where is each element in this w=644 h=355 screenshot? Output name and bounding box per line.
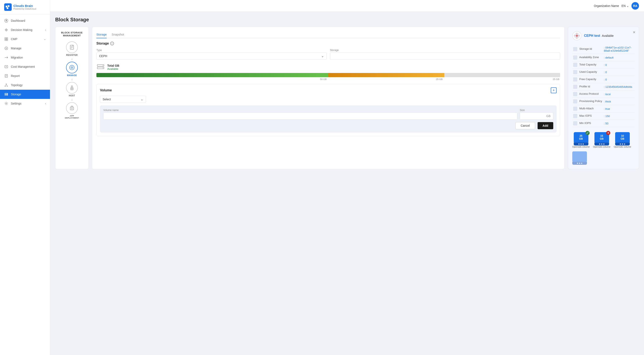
type-form-group: Type CEPH ⌄	[96, 49, 326, 60]
sidebar-label-decision-making: Decision Making	[11, 28, 42, 32]
bar-green	[96, 73, 328, 77]
type-label: Type	[96, 49, 326, 52]
settings-chevron-icon: ›	[45, 102, 46, 105]
total-gb-label: Total GB	[107, 64, 119, 67]
bsm-label-host: HOST	[69, 94, 75, 97]
profile-icon	[573, 85, 577, 89]
detail-val-access-protocol: : iscsi	[603, 90, 634, 98]
vol-dot-2b	[601, 144, 602, 145]
bsm-label-app-deployment: APP DEPLOYMENT	[64, 115, 80, 119]
detail-key-total-capacity: Total Capacity	[572, 61, 603, 68]
tab-snapshot[interactable]: Snapshot	[112, 31, 124, 38]
sidebar-item-decision-making[interactable]: Decision Making ›	[0, 25, 50, 34]
sidebar-label-cost-management: Cost Management	[11, 65, 46, 68]
sidebar-item-dashboard[interactable]: Dashboard	[0, 16, 50, 25]
volume-name-group: Volume name	[103, 109, 517, 120]
add-volume-button[interactable]: +	[551, 88, 556, 93]
arrow-icon-2: ↓	[71, 77, 73, 81]
close-button[interactable]: ✕	[633, 30, 636, 34]
vol-dot-4c	[581, 163, 582, 164]
logo-text: Clouds Brain Powered by Click2Cloud	[14, 4, 36, 10]
vol-box-4	[572, 151, 587, 162]
page-layout: BLOCK STORAGEMANAGEMENT	[55, 27, 639, 169]
size-group: Size GB	[520, 109, 553, 120]
sidebar-item-settings[interactable]: Settings ›	[0, 99, 50, 108]
sidebar-item-topology[interactable]: Topology	[0, 80, 50, 90]
volume-select[interactable]: Select ⌄	[100, 96, 146, 103]
sidebar-item-storage[interactable]: Storage	[0, 90, 50, 99]
vol-base-4	[572, 162, 587, 165]
volume-thumb-4[interactable]	[572, 151, 587, 165]
sidebar-label-settings: Settings	[11, 102, 42, 105]
svg-point-18	[5, 86, 6, 86]
detail-val-storage-id: : 084bf71e-a102-11e7-88a8-e31fe6d52248"	[603, 44, 634, 54]
detail-row-total-capacity: Total Capacity : 0	[572, 61, 634, 68]
storage-bar	[96, 73, 560, 77]
manage-circle[interactable]	[66, 62, 78, 74]
bsm-title: BLOCK STORAGEMANAGEMENT	[60, 31, 84, 37]
storage-form-row: Type CEPH ⌄ Storage	[96, 49, 560, 60]
volume-thumb-2[interactable]: 15GB ✕ Opensds-volume	[593, 132, 610, 148]
sidebar-item-manage[interactable]: Manage	[0, 44, 50, 53]
sidebar-nav: Dashboard Decision Making ›	[0, 14, 50, 355]
svg-rect-2	[7, 7, 8, 9]
volume-thumbs: 25GB 🔗 Opensds-volume	[572, 132, 634, 165]
register-circle[interactable]	[66, 42, 78, 53]
avatar[interactable]: RA	[632, 2, 639, 10]
lang-selector[interactable]: EN ⌄	[622, 4, 629, 8]
vol-badge-green-icon: 🔗	[586, 131, 590, 135]
sidebar-item-migration[interactable]: Migration	[0, 53, 50, 62]
sidebar-label-cmp: CMP	[11, 38, 42, 41]
svg-point-24	[7, 94, 8, 94]
size-input-wrap: GB	[520, 112, 553, 120]
available-label: Available	[107, 67, 119, 70]
size-label: Size	[520, 109, 553, 112]
detail-val-provisioning: : thick	[603, 98, 634, 105]
volume-thumb-3[interactable]: 10GB Opensds-volume	[614, 132, 631, 148]
size-input[interactable]	[520, 113, 544, 120]
lang-label: EN	[622, 4, 626, 8]
volume-name-input[interactable]	[103, 112, 517, 120]
sidebar-label-migration: Migration	[11, 56, 46, 59]
lang-chevron-icon: ⌄	[626, 4, 629, 8]
storage-field-label: Storage	[330, 49, 560, 52]
bsm-steps: REGISTER ↓ MAN	[60, 42, 84, 119]
svg-point-36	[71, 108, 72, 109]
logo-sub: Powered by Click2Cloud	[14, 8, 36, 10]
tab-storage[interactable]: Storage	[96, 31, 107, 38]
volume-thumb-1[interactable]: 25GB 🔗 Opensds-volume	[572, 132, 590, 148]
sidebar-item-cost-management[interactable]: Cost Management	[0, 62, 50, 71]
app-deployment-circle[interactable]	[66, 102, 78, 114]
sidebar-item-cmp[interactable]: CMP ⌄	[0, 34, 50, 44]
report-icon	[4, 74, 8, 78]
tabs: Storage Snapshot	[96, 31, 560, 38]
detail-table: Storage-Id : 084bf71e-a102-11e7-88a8-e31…	[572, 44, 634, 127]
bar-gray	[444, 73, 560, 77]
host-circle[interactable]	[66, 82, 78, 94]
svg-rect-10	[6, 39, 8, 40]
svg-point-17	[6, 84, 7, 84]
ceph-status: Available	[602, 34, 614, 38]
main-area: Organization Name EN ⌄ RA Block Storage …	[50, 0, 644, 355]
detail-val-total-capacity: : 0	[603, 61, 634, 68]
add-button[interactable]: Add	[538, 122, 553, 129]
svg-rect-1	[8, 5, 10, 7]
volume-icon-2: 15GB ✕	[594, 132, 609, 145]
detail-val-max-iops: : 150	[603, 112, 634, 120]
sidebar-item-report[interactable]: Report	[0, 71, 50, 80]
logo: Clouds Brain Powered by Click2Cloud	[0, 0, 50, 14]
type-select[interactable]: CEPH ⌄	[96, 52, 326, 60]
bsm-step-app-deployment: APP DEPLOYMENT	[64, 102, 80, 119]
multiattach-icon	[573, 107, 577, 111]
storage-input[interactable]	[330, 52, 560, 60]
detail-key-az: Availability Zone	[572, 54, 603, 61]
svg-rect-9	[5, 39, 6, 40]
svg-point-26	[6, 103, 7, 104]
detail-row-provisioning: Provisioning Policy : thick	[572, 98, 634, 105]
detail-row-profile-id: Profile Id : 1235456454654dfsfds	[572, 83, 634, 90]
cancel-button[interactable]: Cancel	[516, 122, 535, 129]
storage-icon	[4, 92, 8, 96]
detail-val-profile-id: : 1235456454654dfsfds	[603, 83, 634, 90]
cost-icon	[4, 64, 8, 69]
access-icon	[573, 92, 577, 96]
